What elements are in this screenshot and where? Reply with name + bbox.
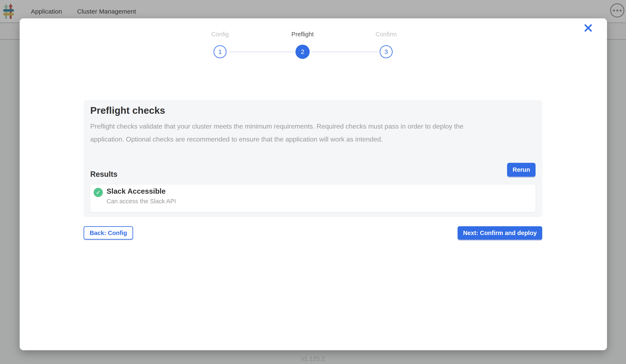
panel-description: Preflight checks validate that your clus…: [90, 120, 489, 146]
step-circle-confirm[interactable]: 3: [380, 45, 392, 58]
preflight-panel: Preflight checks Preflight checks valida…: [83, 100, 543, 217]
step-connector: [229, 51, 295, 52]
check-detail: Can access the Slack API: [107, 198, 176, 205]
back-button[interactable]: Back: Config: [83, 226, 133, 240]
step-label-config: Config: [189, 31, 251, 38]
preflight-result-card: ✓ Slack Accessible Can access the Slack …: [90, 185, 536, 212]
step-circle-config[interactable]: 1: [214, 45, 227, 58]
app-root: Application Cluster Management v1.125.2 …: [0, 0, 626, 364]
check-title: Slack Accessible: [107, 187, 166, 195]
step-label-preflight: Preflight: [271, 31, 334, 38]
check-pass-icon: ✓: [94, 188, 103, 197]
preflight-modal: Config Preflight Confirm 1 2 3 Preflight…: [20, 18, 607, 350]
step-circle-preflight[interactable]: 2: [295, 45, 310, 59]
results-heading: Results: [90, 170, 117, 179]
rerun-button[interactable]: Rerun: [507, 163, 536, 177]
next-button[interactable]: Next: Confirm and deploy: [458, 226, 542, 240]
close-icon[interactable]: [583, 23, 593, 33]
step-label-confirm: Confirm: [355, 31, 418, 38]
panel-title: Preflight checks: [90, 105, 165, 116]
step-connector: [311, 51, 378, 52]
